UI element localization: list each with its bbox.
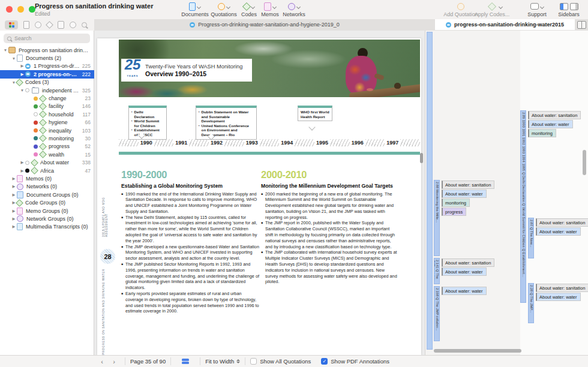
chevron-right-icon[interactable]: ▶: [11, 184, 17, 189]
stepper-icon[interactable]: [236, 359, 240, 363]
tree-item[interactable]: ▶Networks (0): [0, 183, 94, 191]
tree-item[interactable]: ▶Code Groups (0): [0, 198, 94, 206]
netgroup-icon: [17, 215, 23, 222]
window-scrollbar[interactable]: [583, 150, 586, 175]
tab-document-2-active[interactable]: progress-on-sanitation-drinking-water201…: [435, 19, 575, 30]
tree-item[interactable]: ▼Documents (2): [0, 54, 94, 62]
tree-item[interactable]: ▶monitoring30: [0, 134, 94, 142]
quotation-bar[interactable]: 2:28 Q The JMP...: [528, 283, 534, 323]
chevron-down-icon[interactable]: ▼: [19, 88, 25, 92]
chevron-right-icon[interactable]: ▶: [11, 224, 17, 229]
code-label[interactable]: monitoring: [528, 129, 556, 137]
chevron-right-icon[interactable]: ▶: [11, 176, 17, 181]
minimize-icon[interactable]: [17, 6, 24, 13]
tree-item[interactable]: ▶change23: [0, 94, 94, 102]
chevron-right-icon[interactable]: ▶: [11, 216, 17, 221]
chevron-down-icon[interactable]: ▼: [2, 48, 8, 52]
tree-item-label: hygiene: [49, 119, 83, 125]
quotation-bar[interactable]: 2:89 1990 1991 1992 1993 1994 1995 Q Del…: [520, 110, 526, 303]
chevron-down-icon[interactable]: [297, 5, 301, 8]
sidebar-left-icon[interactable]: [560, 3, 568, 10]
quotation-bar[interactable]: 2:141 Q The JMP report in...: [434, 258, 440, 284]
search-input[interactable]: Search: [4, 34, 90, 43]
page-indicator[interactable]: Page 35 of 90: [130, 358, 166, 365]
tree-item[interactable]: ▼Progress on sanitation drinking wa...: [0, 46, 94, 54]
sidebar-right-icon[interactable]: [570, 3, 578, 10]
code-label[interactable]: About water: water: [528, 120, 573, 128]
show-all-quotations-checkbox[interactable]: [250, 358, 257, 365]
tree-item[interactable]: ▶Memos (0): [0, 175, 94, 182]
toolbar-apply-codes-chevron[interactable]: [495, 2, 507, 11]
code-label[interactable]: monitoring: [442, 198, 470, 207]
pdf-header-line2: Overview 1990–2015: [145, 70, 252, 77]
chevron-right-icon[interactable]: ▶: [19, 64, 25, 68]
tree-item[interactable]: ▶hygiene66: [0, 119, 94, 127]
code-label[interactable]: About water: sanitation: [528, 111, 581, 119]
code-label[interactable]: progress: [442, 207, 466, 216]
tree-item[interactable]: ▶Document Groups (0): [0, 191, 94, 198]
networks-navigator-icon[interactable]: [70, 22, 76, 28]
documents-navigator-icon[interactable]: [23, 21, 29, 29]
show-pdf-annotations-checkbox[interactable]: ✓: [321, 358, 328, 365]
chevron-right-icon[interactable]: ▶: [19, 160, 25, 165]
tree-item[interactable]: ▶progress52: [0, 143, 94, 151]
document-scrollbar[interactable]: [420, 153, 423, 163]
page-quotation-bar[interactable]: [427, 32, 433, 350]
tree-item[interactable]: ▶wealth15: [0, 151, 94, 158]
code-color-dot: [34, 136, 38, 140]
tree-item[interactable]: ▼Codes (3): [0, 79, 94, 86]
code-label[interactable]: About water: water: [442, 189, 487, 198]
tree-item[interactable]: ▶household117: [0, 110, 94, 118]
tree-item[interactable]: ▶facility146: [0, 103, 94, 110]
tree-item[interactable]: ▶Africa47: [0, 167, 94, 175]
code-label[interactable]: About water: sanitation: [442, 258, 494, 267]
page-layout-icon[interactable]: [182, 359, 189, 364]
chevron-down-icon[interactable]: ▼: [11, 56, 17, 61]
chevron-right-icon[interactable]: ▶: [19, 169, 25, 173]
chevron-down-icon[interactable]: [197, 5, 201, 8]
quotation-bar[interactable]: 2:88 Monitoring the Mille...: [434, 180, 440, 256]
next-page-button[interactable]: ›: [108, 358, 120, 365]
tree-item[interactable]: ▶About water338: [0, 158, 94, 166]
pdf-timeline: ▪Delhi Declaration▪World Summit for Chil…: [119, 103, 420, 158]
code-label[interactable]: About water: water: [536, 293, 581, 301]
project-icon: [8, 47, 16, 53]
quotation-bar[interactable]: 2:87 Q The New...: [528, 218, 534, 258]
code-label[interactable]: About water: water: [536, 227, 581, 236]
tree-item[interactable]: ▼independent codes325: [0, 86, 94, 94]
tree-item[interactable]: ▶1 Progress-on-drinking-...225: [0, 62, 94, 70]
tree-item[interactable]: ▶2 progress-on-sanitatio...222: [0, 70, 94, 78]
zoom-mode-select[interactable]: Fit to Width: [205, 358, 234, 365]
chevron-right-icon[interactable]: ▶: [19, 72, 25, 77]
codes-navigator-icon[interactable]: [46, 21, 53, 29]
tree-item[interactable]: ▶Network Groups (0): [0, 215, 94, 222]
close-icon[interactable]: [6, 6, 13, 13]
toolbar-networks[interactable]: Networks: [273, 2, 315, 17]
tree-item[interactable]: ▶Memo Groups (0): [0, 207, 94, 215]
quotations-navigator-icon[interactable]: [35, 22, 41, 28]
code-label[interactable]: About water: water: [442, 267, 487, 276]
margin-horizontal-scrollbar[interactable]: [434, 349, 521, 353]
chevron-right-icon[interactable]: ▶: [11, 209, 17, 213]
code-label[interactable]: About water: sanitation: [536, 284, 588, 292]
tree-item[interactable]: ▶Multimedia Transcripts (0): [0, 223, 94, 231]
project-explorer-button[interactable]: [5, 20, 18, 29]
tab-document-1[interactable]: Progress-on-drinking-water-sanitation-an…: [94, 19, 436, 30]
folder-icon: [32, 88, 39, 94]
chevron-down-icon[interactable]: [499, 5, 503, 8]
memos-navigator-icon[interactable]: [58, 21, 64, 29]
split-editor-button[interactable]: [577, 21, 586, 29]
search-icon[interactable]: [82, 22, 87, 28]
code-label[interactable]: About water: sanitation: [442, 181, 494, 189]
code-label[interactable]: About water: water: [442, 287, 487, 295]
toolbar-sidebars[interactable]: Sidebars: [548, 2, 588, 17]
prev-page-button[interactable]: ‹: [96, 358, 108, 365]
chevron-down-icon[interactable]: [541, 5, 544, 8]
chevron-right-icon[interactable]: ▶: [11, 192, 17, 197]
tree-item[interactable]: ▶inequality103: [0, 127, 94, 134]
code-label[interactable]: About water: sanitation: [536, 218, 588, 227]
pdf-page[interactable]: 25 YEARS Twenty-Five Years of WASH Monit…: [97, 38, 421, 355]
quotation-bar[interactable]: 2:198 Q The JMP collabor...: [434, 286, 440, 341]
tree-item-label: wealth: [49, 152, 83, 158]
traffic-lights[interactable]: [6, 6, 35, 13]
